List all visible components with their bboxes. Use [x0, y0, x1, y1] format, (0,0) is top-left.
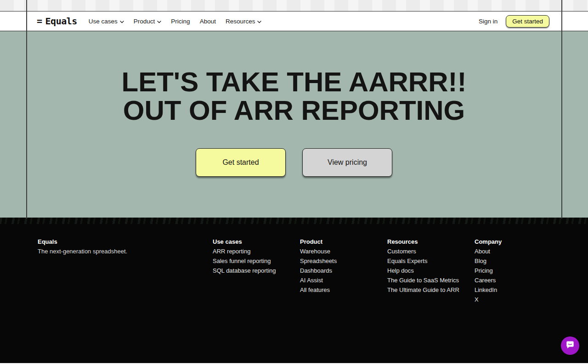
footer-link-ultimate-guide-to-arr[interactable]: The Ultimate Guide to ARR — [387, 285, 459, 295]
footer: Equals The next-generation spreadsheet. … — [0, 218, 588, 363]
footer-link-sales-funnel-reporting[interactable]: Sales funnel reporting — [213, 256, 276, 266]
hero-get-started-button[interactable]: Get started — [196, 148, 286, 177]
sign-in-link[interactable]: Sign in — [479, 18, 498, 25]
footer-link-ai-assist[interactable]: AI Assist — [300, 275, 337, 285]
footer-faded-marquee-strip — [0, 218, 588, 224]
footer-tagline: The next-generation spreadsheet. — [38, 246, 127, 256]
nav-item-label: Use cases — [89, 18, 118, 25]
nav-menu: Use cases Product Pricing About Resource… — [89, 17, 262, 25]
chevron-down-icon — [257, 18, 261, 25]
chevron-down-icon — [157, 18, 161, 25]
chat-widget-button[interactable] — [561, 336, 579, 355]
footer-column-use-cases: Use cases ARR reporting Sales funnel rep… — [213, 237, 276, 275]
footer-link-arr-reporting[interactable]: ARR reporting — [213, 246, 276, 256]
footer-link-about[interactable]: About — [475, 246, 502, 256]
footer-link-pricing[interactable]: Pricing — [475, 266, 502, 275]
footer-column-heading: Use cases — [213, 237, 276, 246]
footer-link-warehouse[interactable]: Warehouse — [300, 246, 337, 256]
footer-column-heading: Resources — [387, 237, 459, 246]
hero-view-pricing-button[interactable]: View pricing — [302, 148, 392, 177]
footer-brand-heading: Equals — [38, 237, 127, 246]
footer-link-equals-experts[interactable]: Equals Experts — [387, 256, 459, 266]
equals-logo-text: Equals — [45, 16, 77, 27]
navbar: =Equals Use cases Product Pricing About … — [0, 11, 588, 31]
hero-heading-line2: OUT OF ARR REPORTING — [0, 96, 588, 125]
nav-item-label: Resources — [226, 18, 255, 25]
footer-link-all-features[interactable]: All features — [300, 285, 337, 295]
equals-logo-mark: = — [37, 16, 42, 27]
nav-get-started-button[interactable]: Get started — [506, 15, 549, 28]
nav-item-resources[interactable]: Resources — [226, 17, 262, 25]
nav-item-label: Product — [134, 18, 155, 25]
footer-link-sql-database-reporting[interactable]: SQL database reporting — [213, 266, 276, 275]
footer-column-product: Product Warehouse Spreadsheets Dashboard… — [300, 237, 337, 295]
footer-link-spreadsheets[interactable]: Spreadsheets — [300, 256, 337, 266]
footer-brand-column: Equals The next-generation spreadsheet. — [38, 237, 127, 256]
footer-link-careers[interactable]: Careers — [475, 275, 502, 285]
nav-item-product[interactable]: Product — [134, 17, 162, 25]
chevron-down-icon — [120, 18, 124, 25]
footer-link-x[interactable]: X — [475, 295, 502, 304]
footer-link-help-docs[interactable]: Help docs — [387, 266, 459, 275]
footer-link-customers[interactable]: Customers — [387, 246, 459, 256]
top-decorative-strip — [0, 0, 588, 11]
footer-column-resources: Resources Customers Equals Experts Help … — [387, 237, 459, 295]
footer-column-company: Company About Blog Pricing Careers Linke… — [475, 237, 502, 304]
nav-right-group: Sign in Get started — [479, 15, 549, 28]
hero-heading-line1: LET'S TAKE THE AARRR!! — [0, 68, 588, 96]
hero-cta-row: Get started View pricing — [0, 148, 588, 177]
equals-logo[interactable]: =Equals — [37, 16, 77, 27]
nav-item-use-cases[interactable]: Use cases — [89, 17, 124, 25]
hero-heading: LET'S TAKE THE AARRR!! OUT OF ARR REPORT… — [0, 31, 588, 125]
chat-bubble-icon — [565, 340, 575, 351]
footer-column-heading: Company — [475, 237, 502, 246]
hero-section: LET'S TAKE THE AARRR!! OUT OF ARR REPORT… — [0, 31, 588, 218]
footer-link-dashboards[interactable]: Dashboards — [300, 266, 337, 275]
nav-item-about[interactable]: About — [200, 18, 216, 25]
nav-item-label: About — [200, 18, 216, 25]
nav-item-label: Pricing — [171, 18, 190, 25]
footer-link-linkedin[interactable]: LinkedIn — [475, 285, 502, 295]
footer-column-heading: Product — [300, 237, 337, 246]
footer-link-blog[interactable]: Blog — [475, 256, 502, 266]
nav-item-pricing[interactable]: Pricing — [171, 18, 190, 25]
footer-link-guide-to-saas-metrics[interactable]: The Guide to SaaS Metrics — [387, 275, 459, 285]
